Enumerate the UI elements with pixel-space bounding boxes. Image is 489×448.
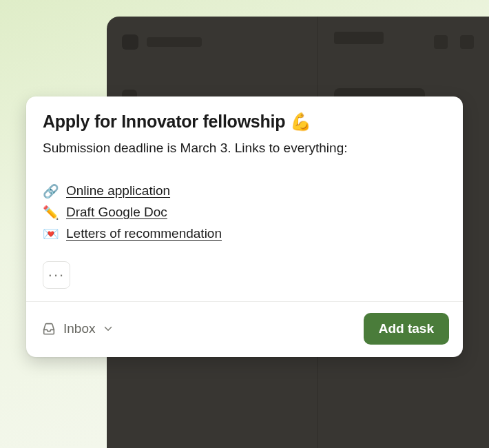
task-links-list: 🔗 Online application ✏️ Draft Google Doc… bbox=[43, 183, 446, 242]
add-task-button[interactable]: Add task bbox=[364, 313, 449, 345]
destination-picker[interactable]: Inbox bbox=[40, 318, 116, 339]
quick-add-footer: Inbox Add task bbox=[26, 301, 463, 357]
quick-add-dialog: Apply for Innovator fellowship 💪 Submiss… bbox=[26, 96, 463, 357]
destination-label: Inbox bbox=[63, 321, 95, 336]
task-description[interactable]: Submission deadline is March 3. Links to… bbox=[43, 139, 446, 159]
task-link[interactable]: Letters of recommendation bbox=[66, 226, 222, 241]
task-link-row: 🔗 Online application bbox=[43, 183, 446, 199]
chevron-down-icon bbox=[102, 323, 114, 335]
link-icon: 🔗 bbox=[43, 183, 59, 199]
pencil-icon: ✏️ bbox=[43, 205, 59, 221]
task-link[interactable]: Online application bbox=[66, 183, 170, 198]
love-letter-icon: 💌 bbox=[43, 226, 59, 242]
task-link-row: ✏️ Draft Google Doc bbox=[43, 205, 446, 221]
more-actions-button[interactable]: ··· bbox=[43, 261, 70, 289]
inbox-icon bbox=[41, 321, 56, 336]
task-link-row: 💌 Letters of recommendation bbox=[43, 226, 446, 242]
task-link[interactable]: Draft Google Doc bbox=[66, 205, 167, 220]
task-title[interactable]: Apply for Innovator fellowship 💪 bbox=[43, 112, 446, 132]
